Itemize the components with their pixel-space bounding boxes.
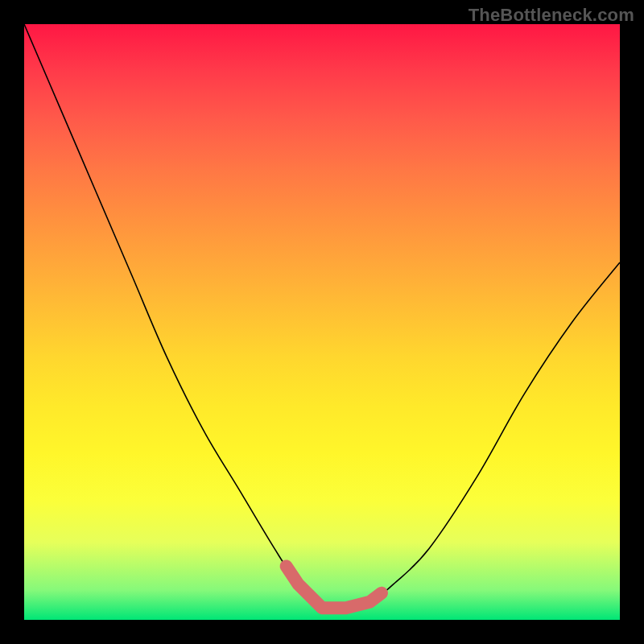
optimal-zone-marker: [287, 566, 382, 608]
curve-svg: [24, 24, 620, 620]
bottleneck-curve-line: [24, 24, 620, 610]
plot-area: [24, 24, 620, 620]
chart-frame: TheBottleneck.com: [0, 0, 644, 644]
watermark-text: TheBottleneck.com: [469, 5, 634, 26]
